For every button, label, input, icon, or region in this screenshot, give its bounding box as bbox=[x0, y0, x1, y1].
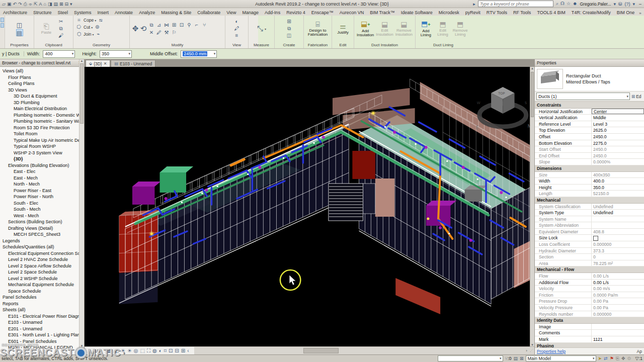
type-selector[interactable]: Rectangular Duct Mitered Elbows / Taps bbox=[535, 67, 644, 92]
browser-tree-item[interactable]: Floor Plans bbox=[0, 74, 84, 81]
scroll-down-icon[interactable]: ▼ bbox=[79, 344, 84, 347]
copy-icon[interactable]: ⧉ bbox=[57, 25, 64, 32]
browser-tree-item[interactable]: Level 2 Space Airflow Schedule bbox=[0, 263, 84, 269]
browser-tree-item[interactable]: Power Riser - East bbox=[0, 188, 84, 194]
browser-tree-item[interactable]: South - Elec bbox=[0, 200, 84, 207]
editable-only-icon[interactable]: ⑂:0 bbox=[505, 356, 512, 361]
property-row[interactable]: Length52150.0 bbox=[535, 191, 644, 197]
browser-tree-item[interactable]: Typical Make Up Air Isometric Detail bbox=[0, 137, 84, 144]
text-tool-icon[interactable]: A bbox=[39, 1, 42, 8]
ribbon-tab[interactable]: pyRevit bbox=[462, 10, 484, 16]
show-crop-region-icon[interactable]: ⛶ bbox=[146, 347, 151, 354]
app-store-cart-icon[interactable]: ⛁ bbox=[618, 2, 622, 7]
save-icon[interactable]: ▣ bbox=[7, 1, 12, 8]
filter-icon[interactable]: ▽:1 bbox=[635, 356, 642, 361]
edit-lining-button[interactable]: ⬒ Edit Lining bbox=[435, 21, 451, 37]
browser-tree-item[interactable]: 3D Duct & Equipment bbox=[0, 93, 84, 100]
crop-view-icon[interactable]: ⬚ bbox=[140, 347, 145, 354]
property-row[interactable]: Section0 bbox=[535, 254, 644, 260]
browser-tree-item[interactable]: Power Riser - North bbox=[0, 194, 84, 200]
add-lining-button[interactable]: ⬒+ Add Lining bbox=[418, 20, 434, 37]
beam-wall-icon[interactable]: ⌁ bbox=[95, 31, 102, 38]
worksharing-display-icon[interactable]: ⊡ bbox=[168, 347, 173, 354]
cut-clipboard-icon[interactable]: ✂ bbox=[57, 18, 64, 25]
properties-palette-icon[interactable]: ▤ bbox=[16, 29, 23, 36]
property-row[interactable]: Comments bbox=[535, 330, 644, 336]
select-links-icon[interactable]: ⇄ bbox=[604, 356, 608, 361]
move-icon[interactable]: ✥ bbox=[132, 25, 139, 32]
project-browser-header[interactable]: Browser - change to correct level.rvt ✕ bbox=[0, 59, 84, 67]
browser-tree-item[interactable]: Space Schedule bbox=[0, 288, 84, 295]
default-3d-view-icon[interactable]: ⌂ bbox=[44, 1, 46, 8]
browser-tree-item[interactable]: Level 2 HVAC Zone Schedule bbox=[0, 256, 84, 263]
browser-tree-item[interactable]: Views (all) bbox=[0, 68, 84, 74]
ribbon-tab[interactable]: Aurecon VN bbox=[337, 10, 367, 16]
apply-button[interactable]: Ap bbox=[637, 349, 642, 354]
property-row[interactable]: Offset2450.0 bbox=[535, 134, 644, 140]
close-view-tab-icon[interactable]: ✕ bbox=[104, 61, 107, 66]
property-row[interactable]: System ClassificationUndefined bbox=[535, 204, 644, 210]
browser-tree-item[interactable]: MECH SPECS_Sheet3 bbox=[0, 231, 84, 238]
displace-elements-icon[interactable]: ⊟ bbox=[174, 347, 179, 354]
browser-tree-item[interactable]: East - Elec bbox=[0, 168, 84, 175]
browser-tree-item[interactable]: Schedules/Quantities (all) bbox=[0, 244, 84, 250]
array-icon[interactable]: ⊞ bbox=[171, 22, 178, 29]
panel-label-geometry[interactable]: Geometry bbox=[73, 42, 129, 48]
search-go-icon[interactable]: ▸ bbox=[473, 2, 475, 7]
open-icon[interactable]: ▱ bbox=[2, 1, 6, 8]
property-row[interactable]: Constraints bbox=[535, 102, 644, 109]
browser-tree-item[interactable]: Elevations (Building Elevation) bbox=[0, 162, 84, 169]
browser-tree-item[interactable]: WSHP 2-3 System View bbox=[0, 150, 84, 156]
panel-label-create[interactable]: Create bbox=[275, 42, 303, 48]
user-icon[interactable]: ☻ bbox=[573, 1, 577, 7]
property-row[interactable]: Size400x350 bbox=[535, 172, 644, 178]
ribbon-tab[interactable]: Revizto 4 bbox=[283, 10, 308, 16]
panel-label-duct-insulation[interactable]: Duct Insulation bbox=[354, 42, 415, 48]
print-icon[interactable]: ⎙ bbox=[24, 1, 27, 8]
browser-tree-item[interactable]: South - Mech bbox=[0, 206, 84, 213]
property-row[interactable]: Additional Flow0.00 L/s bbox=[535, 280, 644, 286]
browser-tree-item[interactable]: Main Electrical Distribution bbox=[0, 106, 84, 112]
join-extra-icon[interactable]: ⊜ bbox=[94, 24, 101, 31]
search-box[interactable] bbox=[478, 1, 553, 7]
design-options-icon[interactable]: ⊠ bbox=[520, 356, 524, 361]
view-cube[interactable]: TOP E N W S bbox=[476, 87, 531, 130]
browser-tree-item[interactable]: North - Mech bbox=[0, 181, 84, 188]
ribbon-tab[interactable]: RTV Tools bbox=[484, 10, 510, 16]
cope-icon[interactable]: ⌗ bbox=[75, 17, 83, 24]
remove-insulation-button[interactable]: ⬓ Remove Insulation bbox=[395, 21, 413, 37]
search-input[interactable] bbox=[478, 2, 553, 7]
undo-icon[interactable]: ↶ bbox=[13, 1, 17, 8]
property-row[interactable]: System Abbreviation bbox=[535, 222, 644, 229]
ribbon-tab[interactable]: RF Tools bbox=[510, 10, 534, 16]
temporary-hide-isolate-icon[interactable]: ◐ bbox=[158, 347, 163, 354]
panel-label-properties[interactable]: Properties bbox=[5, 42, 34, 48]
reveal-hidden-icon[interactable]: ⌑ bbox=[164, 347, 167, 354]
edit-type-button[interactable]: ⊞ Ed bbox=[631, 94, 642, 99]
panel-label-edit[interactable]: Edit bbox=[332, 42, 354, 48]
match-type-icon[interactable]: 🖌 bbox=[57, 32, 64, 39]
property-row[interactable]: Flow0.00 L/s bbox=[535, 273, 644, 280]
property-row[interactable]: Image bbox=[535, 324, 644, 330]
height-combo[interactable]: 350▾ bbox=[100, 50, 132, 58]
panel-label-fabrication[interactable]: Fabrication bbox=[304, 42, 332, 48]
browser-tree-item[interactable]: Legends bbox=[0, 238, 84, 244]
cut-geometry-icon[interactable]: ⭔ bbox=[75, 24, 83, 31]
join-geometry-icon[interactable]: ⬡ bbox=[75, 31, 83, 38]
property-row[interactable]: Start Offset2450.0 bbox=[535, 146, 644, 153]
browser-tree-item[interactable]: Sheets (all) bbox=[0, 307, 84, 313]
property-row[interactable]: Width400.0 bbox=[535, 178, 644, 185]
view-tab-3d[interactable]: ⬙ {3D} ✕ bbox=[86, 60, 110, 67]
property-row[interactable]: Size Lock bbox=[535, 235, 644, 241]
scroll-up-icon[interactable]: ▲ bbox=[79, 59, 84, 62]
3d-model[interactable]: TOP E N W S bbox=[85, 67, 534, 346]
property-row[interactable]: Identity Data bbox=[535, 317, 644, 324]
property-row[interactable]: Velocity0.00 m/s bbox=[535, 286, 644, 292]
browser-tree-item[interactable]: East - Mech bbox=[0, 175, 84, 182]
panel-label-duct-lining[interactable]: Duct Lining bbox=[416, 42, 471, 48]
property-row[interactable]: Reynolds number0.000000 bbox=[535, 311, 644, 318]
ribbon-tab[interactable]: Massing & Site bbox=[158, 10, 194, 16]
browser-tree-item[interactable]: 3D Plumbing bbox=[0, 100, 84, 106]
browser-tree-item[interactable]: E301 - North Level 1 - Lighting Plan bbox=[0, 332, 84, 338]
design-to-fabrication-button[interactable]: ⌸ Design to Fabrication bbox=[306, 21, 330, 37]
